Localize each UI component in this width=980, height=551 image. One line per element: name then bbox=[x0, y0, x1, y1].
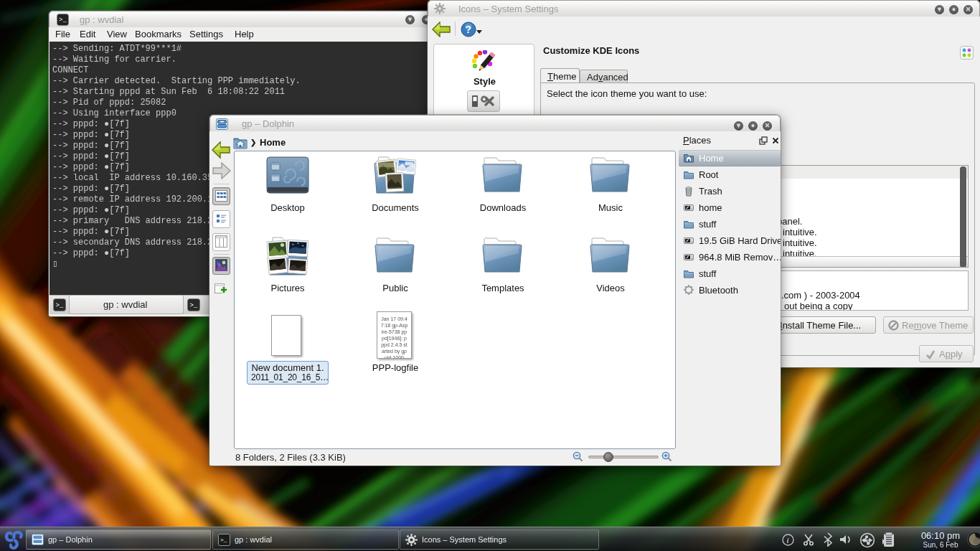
svg-text:i: i bbox=[787, 536, 790, 545]
svg-text:>_: >_ bbox=[190, 302, 198, 309]
svg-text:>_: >_ bbox=[220, 537, 227, 543]
svg-text:?: ? bbox=[466, 24, 472, 35]
svg-text:>_: >_ bbox=[56, 302, 64, 309]
svg-text:>_: >_ bbox=[59, 17, 67, 24]
